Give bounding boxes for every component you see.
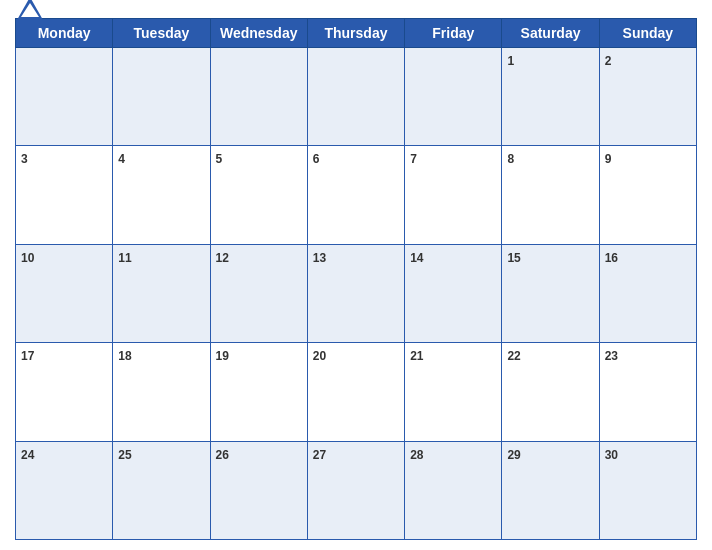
day-number: 3 [21,152,28,166]
day-number: 9 [605,152,612,166]
day-number: 1 [507,54,514,68]
week-row-3: 10111213141516 [16,244,697,342]
calendar-cell: 12 [210,244,307,342]
weekday-header-sunday: Sunday [599,19,696,48]
weekday-header-friday: Friday [405,19,502,48]
calendar-cell: 17 [16,343,113,441]
calendar-cell: 25 [113,441,210,539]
calendar-cell: 16 [599,244,696,342]
calendar-cell: 26 [210,441,307,539]
calendar-cell: 8 [502,146,599,244]
weekday-header-saturday: Saturday [502,19,599,48]
logo-icon [15,0,45,25]
day-number: 4 [118,152,125,166]
day-number: 13 [313,251,326,265]
calendar-cell: 4 [113,146,210,244]
day-number: 15 [507,251,520,265]
day-number: 8 [507,152,514,166]
calendar-cell: 20 [307,343,404,441]
day-number: 27 [313,448,326,462]
calendar-cell: 13 [307,244,404,342]
day-number: 20 [313,349,326,363]
calendar-cell [307,48,404,146]
calendar-cell: 18 [113,343,210,441]
day-number: 12 [216,251,229,265]
day-number: 26 [216,448,229,462]
day-number: 25 [118,448,131,462]
day-number: 29 [507,448,520,462]
logo [15,0,49,25]
calendar-cell: 27 [307,441,404,539]
week-row-2: 3456789 [16,146,697,244]
day-number: 21 [410,349,423,363]
weekday-header-thursday: Thursday [307,19,404,48]
day-number: 23 [605,349,618,363]
day-number: 11 [118,251,131,265]
day-number: 19 [216,349,229,363]
weekday-header-row: MondayTuesdayWednesdayThursdayFridaySatu… [16,19,697,48]
day-number: 5 [216,152,223,166]
calendar-cell: 24 [16,441,113,539]
day-number: 6 [313,152,320,166]
weekday-header-tuesday: Tuesday [113,19,210,48]
calendar-cell: 14 [405,244,502,342]
calendar-table: MondayTuesdayWednesdayThursdayFridaySatu… [15,18,697,540]
calendar-cell: 30 [599,441,696,539]
calendar-cell: 9 [599,146,696,244]
calendar-cell: 28 [405,441,502,539]
weekday-header-wednesday: Wednesday [210,19,307,48]
day-number: 16 [605,251,618,265]
day-number: 18 [118,349,131,363]
week-row-5: 24252627282930 [16,441,697,539]
calendar-cell: 6 [307,146,404,244]
week-row-1: 12 [16,48,697,146]
calendar-cell: 2 [599,48,696,146]
calendar-cell [210,48,307,146]
calendar-cell: 11 [113,244,210,342]
week-row-4: 17181920212223 [16,343,697,441]
calendar-cell [113,48,210,146]
calendar-cell: 19 [210,343,307,441]
calendar-cell: 7 [405,146,502,244]
day-number: 2 [605,54,612,68]
day-number: 7 [410,152,417,166]
calendar-cell [405,48,502,146]
calendar-cell [16,48,113,146]
day-number: 14 [410,251,423,265]
calendar-cell: 15 [502,244,599,342]
calendar-cell: 22 [502,343,599,441]
day-number: 24 [21,448,34,462]
day-number: 22 [507,349,520,363]
day-number: 30 [605,448,618,462]
calendar-cell: 29 [502,441,599,539]
calendar-cell: 21 [405,343,502,441]
calendar-cell: 1 [502,48,599,146]
day-number: 28 [410,448,423,462]
calendar-cell: 5 [210,146,307,244]
calendar-cell: 23 [599,343,696,441]
day-number: 10 [21,251,34,265]
day-number: 17 [21,349,34,363]
calendar-cell: 10 [16,244,113,342]
calendar-cell: 3 [16,146,113,244]
